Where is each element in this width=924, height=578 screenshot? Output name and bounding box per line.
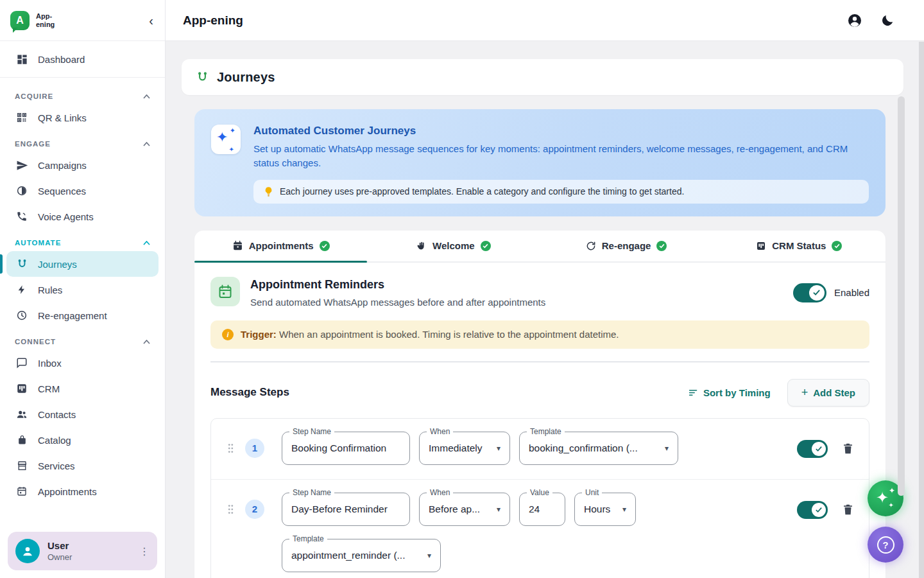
check-badge-icon: [481, 241, 491, 251]
window-scrollbar[interactable]: [919, 42, 924, 578]
chevron-up-icon: [143, 140, 150, 148]
delete-step-icon[interactable]: [843, 504, 853, 516]
sidebar-item-crm[interactable]: CRM: [6, 376, 158, 401]
contrast-circle-icon: [15, 184, 29, 197]
dark-mode-moon-icon[interactable]: [880, 13, 894, 28]
sidebar-item-campaigns[interactable]: Campaigns: [6, 152, 158, 178]
sidebar-item-label: Sequences: [38, 186, 86, 197]
trigger-text: When an appointment is booked. Timing is…: [279, 329, 619, 340]
sidebar-item-appointments[interactable]: Appointments: [6, 478, 158, 504]
banner-description: Set up automatic WhatsApp message sequen…: [253, 142, 869, 170]
user-avatar: [15, 539, 40, 563]
category-enabled-toggle[interactable]: [793, 283, 826, 302]
app-logo-text: App-ening: [36, 12, 55, 28]
drag-handle-icon[interactable]: [227, 441, 235, 458]
template-select[interactable]: Template booking_confirmation (... ▾: [519, 432, 678, 465]
sidebar-item-label: Rules: [38, 285, 62, 295]
journeys-info-banner: ✦✦✦ Automated Customer Journeys Set up a…: [194, 109, 886, 216]
when-select[interactable]: When Immediately ▾: [419, 432, 510, 465]
sidebar-item-label: Appointments: [38, 486, 97, 497]
chat-icon: [15, 356, 29, 369]
app-window: A App-ening ‹ Dashboard ACQUIRE: [0, 0, 924, 578]
divider: [0, 77, 165, 78]
sidebar-item-re-engagement[interactable]: Re-engagement: [6, 302, 158, 328]
enabled-label: Enabled: [834, 287, 869, 298]
sidebar-header: A App-ening ‹: [0, 0, 165, 41]
info-icon: i: [222, 329, 234, 340]
content-scrollbar[interactable]: [898, 96, 905, 496]
unit-select[interactable]: Unit Hours ▾: [574, 493, 636, 526]
user-menu-icon[interactable]: ⋮: [139, 545, 150, 557]
sidebar-item-catalog[interactable]: Catalog: [6, 427, 158, 453]
sidebar-collapse-icon[interactable]: ‹: [149, 14, 153, 27]
user-role: Owner: [47, 552, 72, 562]
step-row-1: 1 Step Name Booking Confirmation Wh: [211, 419, 869, 479]
add-step-button[interactable]: + Add Step: [787, 379, 869, 407]
sidebar-item-services[interactable]: Services: [6, 453, 158, 478]
sort-by-timing-button[interactable]: Sort by Timing: [689, 387, 771, 398]
help-fab[interactable]: ?: [868, 527, 903, 563]
section-automate[interactable]: AUTOMATE: [6, 229, 158, 251]
sidebar-item-voice-agents[interactable]: Voice Agents: [6, 204, 158, 229]
phone-icon: [15, 210, 29, 223]
sparkle-icon: ✦: [889, 502, 894, 509]
journeys-card: Appointments Welcome: [194, 231, 886, 578]
question-mark-icon: ?: [877, 536, 894, 554]
banner-title: Automated Customer Journeys: [253, 125, 869, 137]
value-input[interactable]: Value 24: [519, 493, 565, 526]
page-title: Journeys: [217, 70, 275, 85]
sidebar: A App-ening ‹ Dashboard ACQUIRE: [0, 0, 166, 578]
lightbulb-icon: [264, 186, 273, 197]
banner-tip: Each journey uses pre-approved templates…: [253, 180, 869, 204]
step-number-badge: 2: [245, 500, 264, 519]
tab-crm-status[interactable]: CRM Status: [713, 231, 886, 261]
storefront-icon: [15, 459, 29, 472]
tab-welcome[interactable]: Welcome: [367, 231, 540, 261]
chevron-down-icon: ▾: [497, 444, 501, 453]
section-connect[interactable]: CONNECT: [6, 328, 158, 350]
user-name: User: [47, 540, 72, 551]
sidebar-item-rules[interactable]: Rules: [6, 277, 158, 302]
sidebar-item-dashboard[interactable]: Dashboard: [6, 46, 158, 72]
app-logo-icon: A: [10, 11, 30, 30]
step-name-input[interactable]: Step Name Day-Before Reminder: [282, 493, 410, 526]
when-select[interactable]: When Before ap... ▾: [419, 493, 510, 526]
user-card[interactable]: User Owner ⋮: [8, 532, 157, 570]
message-steps-title: Message Steps: [210, 386, 289, 399]
account-icon[interactable]: [847, 13, 862, 28]
sidebar-item-inbox[interactable]: Inbox: [6, 350, 158, 376]
section-acquire[interactable]: ACQUIRE: [6, 83, 158, 105]
topbar: App-ening: [166, 0, 924, 41]
sparkles-icon: ✦✦✦: [211, 125, 241, 154]
kanban-icon: [756, 241, 766, 251]
sidebar-item-label: Catalog: [38, 435, 71, 446]
calendar-icon: [210, 277, 240, 306]
step-enabled-toggle[interactable]: [797, 440, 828, 458]
sidebar-item-qr-links[interactable]: QR & Links: [6, 105, 158, 130]
toggle-check-icon: [812, 442, 826, 456]
delete-step-icon[interactable]: [843, 442, 853, 455]
section-engage[interactable]: ENGAGE: [6, 130, 158, 152]
tab-re-engage[interactable]: Re-engage: [540, 231, 713, 261]
sidebar-item-journeys[interactable]: Journeys: [6, 251, 158, 277]
refresh-icon: [586, 241, 596, 251]
sidebar-item-sequences[interactable]: Sequences: [6, 178, 158, 204]
step-enabled-toggle[interactable]: [797, 501, 828, 519]
chevron-down-icon: ▾: [427, 551, 431, 560]
check-badge-icon: [656, 241, 667, 251]
sidebar-nav: Dashboard ACQUIRE QR & Links ENGAGE: [0, 41, 165, 524]
topbar-title: App-ening: [183, 13, 243, 28]
waving-hand-icon: [416, 241, 427, 251]
check-badge-icon: [832, 241, 842, 251]
kanban-icon: [15, 382, 29, 395]
sidebar-item-label: CRM: [38, 383, 60, 394]
template-select[interactable]: Template appointment_reminder (... ▾: [282, 539, 441, 572]
shopping-bag-icon: [15, 434, 29, 446]
drag-handle-icon[interactable]: [227, 502, 235, 519]
tab-appointments[interactable]: Appointments: [194, 231, 367, 261]
sidebar-item-label: QR & Links: [38, 112, 87, 123]
step-name-input[interactable]: Step Name Booking Confirmation: [282, 432, 410, 465]
page-title-card: Journeys: [182, 59, 903, 95]
send-icon: [15, 159, 29, 171]
sidebar-item-contacts[interactable]: Contacts: [6, 401, 158, 427]
